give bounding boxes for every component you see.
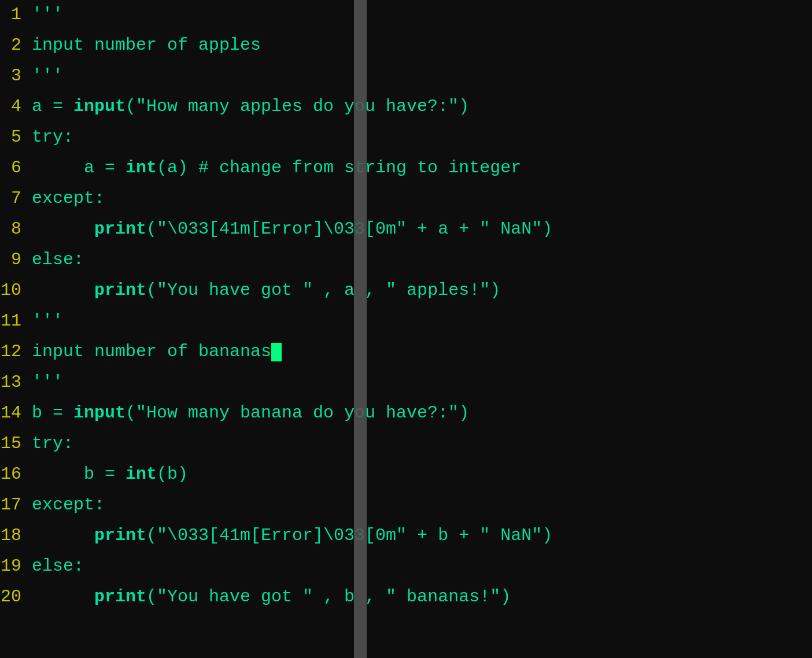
line-num-12: 12 — [0, 343, 32, 360]
code-line-4: 4 a = input("How many apples do you have… — [0, 98, 812, 128]
line-content-18: print("\033[41m[Error]\033[0m" + b + " N… — [32, 527, 552, 544]
code-line-14: 14 b = input("How many banana do you hav… — [0, 404, 812, 435]
code-line-12: 12 input number of bananas — [0, 343, 812, 374]
line-content-17: except: — [32, 496, 105, 513]
code-line-18: 18 print("\033[41m[Error]\033[0m" + b + … — [0, 527, 812, 557]
code-editor[interactable]: 1 ''' 2 input number of apples 3 ''' 4 a… — [0, 0, 812, 658]
code-line-6: 6 a = int(a) # change from string to int… — [0, 159, 812, 190]
code-line-7: 7 except: — [0, 190, 812, 220]
line-content-3: ''' — [32, 67, 63, 84]
line-content-8: print("\033[41m[Error]\033[0m" + a + " N… — [32, 220, 552, 238]
code-line-20: 20 print("You have got " , b , " bananas… — [0, 588, 812, 619]
line-num-20: 20 — [0, 588, 32, 605]
line-num-15: 15 — [0, 435, 32, 452]
line-num-19: 19 — [0, 557, 32, 575]
line-content-7: except: — [32, 190, 105, 207]
line-content-11: ''' — [32, 312, 63, 330]
line-num-14: 14 — [0, 404, 32, 422]
code-line-3: 3 ''' — [0, 67, 812, 98]
line-num-8: 8 — [0, 220, 32, 238]
line-num-16: 16 — [0, 465, 32, 483]
code-line-15: 15 try: — [0, 435, 812, 465]
code-line-8: 8 print("\033[41m[Error]\033[0m" + a + "… — [0, 220, 812, 251]
code-line-1: 1 ''' — [0, 6, 812, 36]
text-cursor — [271, 343, 282, 361]
code-line-9: 9 else: — [0, 251, 812, 282]
line-num-10: 10 — [0, 282, 32, 299]
line-content-20: print("You have got " , b , " bananas!") — [32, 588, 511, 605]
line-content-9: else: — [32, 251, 84, 268]
line-content-6: a = int(a) # change from string to integ… — [32, 159, 521, 176]
line-content-14: b = input("How many banana do you have?:… — [32, 404, 469, 422]
line-content-1: ''' — [32, 6, 63, 23]
line-num-17: 17 — [0, 496, 32, 513]
line-content-13: ''' — [32, 374, 63, 391]
line-num-1: 1 — [0, 6, 32, 23]
line-num-11: 11 — [0, 312, 32, 330]
code-line-10: 10 print("You have got " , a , " apples!… — [0, 282, 812, 312]
code-line-13: 13 ''' — [0, 374, 812, 404]
line-num-5: 5 — [0, 128, 32, 146]
line-content-19: else: — [32, 557, 84, 575]
line-content-15: try: — [32, 435, 73, 452]
line-content-5: try: — [32, 128, 73, 146]
line-num-13: 13 — [0, 374, 32, 391]
line-num-3: 3 — [0, 67, 32, 84]
line-content-12: input number of bananas — [32, 343, 282, 360]
code-line-5: 5 try: — [0, 128, 812, 159]
line-content-4: a = input("How many apples do you have?:… — [32, 98, 469, 115]
line-num-6: 6 — [0, 159, 32, 176]
vertical-scrollbar[interactable] — [354, 0, 367, 658]
code-line-17: 17 except: — [0, 496, 812, 527]
code-line-11: 11 ''' — [0, 312, 812, 343]
code-line-19: 19 else: — [0, 557, 812, 588]
line-content-10: print("You have got " , a , " apples!") — [32, 282, 500, 299]
line-num-7: 7 — [0, 190, 32, 207]
line-num-4: 4 — [0, 98, 32, 115]
line-content-16: b = int(b) — [32, 465, 188, 483]
code-line-2: 2 input number of apples — [0, 36, 812, 67]
line-content-2: input number of apples — [32, 36, 261, 54]
line-num-9: 9 — [0, 251, 32, 268]
code-line-16: 16 b = int(b) — [0, 465, 812, 496]
line-num-18: 18 — [0, 527, 32, 544]
line-num-2: 2 — [0, 36, 32, 54]
